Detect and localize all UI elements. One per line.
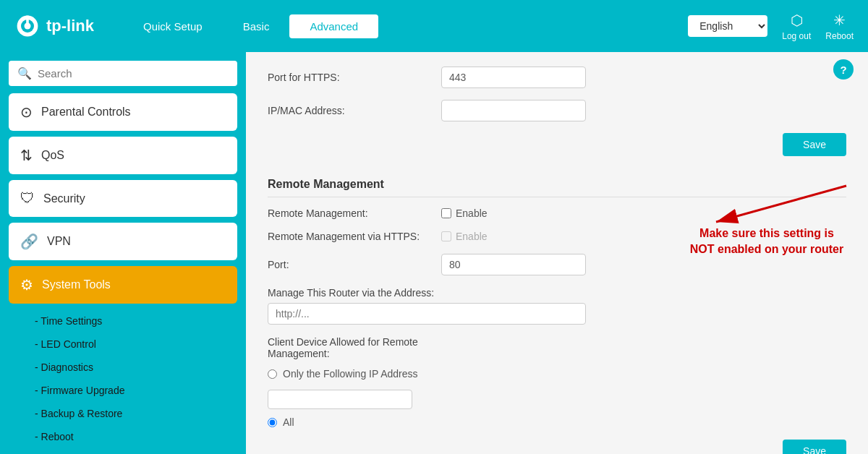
- remote-management-section: Remote Management Remote Management: Ena…: [268, 178, 846, 454]
- logout-icon: ⬡: [791, 12, 803, 29]
- manage-address-group: Manage This Router via the Address:: [268, 287, 846, 325]
- port-input[interactable]: [441, 254, 586, 275]
- save-row-remote: Save: [268, 440, 846, 454]
- save-https-button[interactable]: Save: [783, 133, 846, 156]
- sidebar-sub-firmware-upgrade[interactable]: - Firmware Upgrade: [23, 379, 237, 402]
- system-tools-icon: ⚙: [20, 276, 33, 294]
- remote-management-https-checkbox-group: Enable: [441, 231, 488, 242]
- radio-all[interactable]: [268, 418, 277, 427]
- client-device-label: Client Device Allowed for Remote Managem…: [268, 336, 441, 359]
- sidebar-sub-backup-restore[interactable]: - Backup & Restore: [23, 402, 237, 425]
- remote-management-https-checkbox[interactable]: [441, 231, 451, 241]
- annotation-text: Make sure this setting is NOT enabled on…: [687, 226, 846, 258]
- remote-management-title: Remote Management: [268, 178, 846, 197]
- tp-link-logo-icon: [14, 13, 41, 39]
- radio-group: Only the Following IP Address All: [268, 368, 418, 428]
- help-icon[interactable]: ?: [833, 59, 854, 80]
- client-device-group: Client Device Allowed for Remote Managem…: [268, 336, 846, 428]
- logo-text: tp-link: [46, 17, 94, 35]
- logout-label: Log out: [782, 31, 811, 41]
- tab-advanced[interactable]: Advanced: [289, 14, 378, 38]
- save-remote-button[interactable]: Save: [783, 440, 846, 454]
- nav-right: English Chinese Spanish ⬡ Log out ✳ Rebo…: [688, 12, 854, 41]
- security-icon: 🛡: [20, 190, 35, 207]
- search-icon: 🔍: [17, 67, 32, 80]
- reboot-label: Reboot: [825, 31, 854, 41]
- radio-only-ip-option: Only the Following IP Address: [268, 368, 418, 380]
- top-nav: tp-link Quick Setup Basic Advanced Engli…: [0, 0, 868, 52]
- sidebar-sub-diagnostics[interactable]: - Diagnostics: [23, 356, 237, 379]
- reboot-icon: ✳: [833, 12, 846, 29]
- https-section: Port for HTTPS: IP/MAC Address: Save: [268, 67, 846, 171]
- save-row-https: Save: [268, 133, 846, 171]
- search-box: 🔍: [9, 61, 237, 86]
- sidebar-item-label: System Tools: [42, 278, 111, 291]
- sidebar-item-label: Parental Controls: [41, 106, 131, 119]
- remote-management-checkbox[interactable]: [441, 208, 451, 218]
- remote-management-label: Remote Management:: [268, 207, 441, 219]
- radio-only-ip-label: Only the Following IP Address: [283, 368, 418, 380]
- svg-rect-3: [26, 16, 29, 24]
- sidebar-item-vpn[interactable]: 🔗 VPN: [9, 223, 237, 260]
- ip-mac-label: IP/MAC Address:: [268, 105, 441, 116]
- port-https-label: Port for HTTPS:: [268, 72, 441, 83]
- remote-management-enable-label: Enable: [456, 207, 488, 219]
- qos-icon: ⇅: [20, 147, 33, 164]
- sidebar-sub-reboot[interactable]: - Reboot: [23, 425, 237, 448]
- sidebar-sub-menu: - Time Settings - LED Control - Diagnost…: [9, 309, 237, 448]
- ip-only-input[interactable]: [268, 390, 412, 409]
- sidebar-item-qos[interactable]: ⇅ QoS: [9, 137, 237, 174]
- port-https-input[interactable]: [441, 67, 586, 88]
- sidebar-item-parental-controls[interactable]: ⊙ Parental Controls: [9, 93, 237, 131]
- ip-mac-group: IP/MAC Address:: [268, 100, 846, 121]
- sidebar-item-label: VPN: [47, 235, 71, 248]
- reboot-button[interactable]: ✳ Reboot: [825, 12, 854, 41]
- parental-controls-icon: ⊙: [20, 103, 33, 121]
- sidebar-sub-led-control[interactable]: - LED Control: [23, 333, 237, 356]
- port-https-group: Port for HTTPS:: [268, 67, 846, 88]
- language-select[interactable]: English Chinese Spanish: [688, 15, 767, 37]
- port-label: Port:: [268, 259, 441, 270]
- manage-address-label: Manage This Router via the Address:: [268, 287, 441, 299]
- tab-quick-setup[interactable]: Quick Setup: [123, 14, 223, 38]
- remote-management-https-label: Remote Management via HTTPS:: [268, 231, 441, 242]
- radio-all-label: All: [283, 416, 294, 428]
- main-layout: 🔍 ⊙ Parental Controls ⇅ QoS 🛡 Security 🔗…: [0, 52, 868, 454]
- tab-basic[interactable]: Basic: [223, 14, 290, 38]
- ip-mac-input[interactable]: [441, 100, 586, 121]
- sidebar-item-label: Security: [43, 192, 85, 205]
- content-area: ? Port for HTTPS: IP/MAC Address: Save R…: [246, 52, 868, 454]
- radio-all-option: All: [268, 416, 418, 428]
- vpn-icon: 🔗: [20, 233, 38, 250]
- search-input[interactable]: [38, 67, 229, 80]
- sidebar-item-system-tools[interactable]: ⚙ System Tools: [9, 266, 237, 304]
- nav-tabs: Quick Setup Basic Advanced: [123, 14, 688, 38]
- svg-point-2: [25, 23, 31, 30]
- remote-management-checkbox-group: Enable: [441, 207, 488, 219]
- manage-address-input[interactable]: [268, 303, 586, 325]
- logout-button[interactable]: ⬡ Log out: [782, 12, 811, 41]
- remote-management-group: Remote Management: Enable: [268, 207, 846, 219]
- sidebar-item-label: QoS: [41, 149, 64, 162]
- sidebar-item-security[interactable]: 🛡 Security: [9, 180, 237, 217]
- sidebar: 🔍 ⊙ Parental Controls ⇅ QoS 🛡 Security 🔗…: [0, 52, 246, 454]
- radio-only-ip[interactable]: [268, 369, 277, 379]
- sidebar-sub-time-settings[interactable]: - Time Settings: [23, 309, 237, 333]
- remote-management-https-enable-label: Enable: [456, 231, 488, 242]
- logo-area: tp-link: [14, 13, 94, 39]
